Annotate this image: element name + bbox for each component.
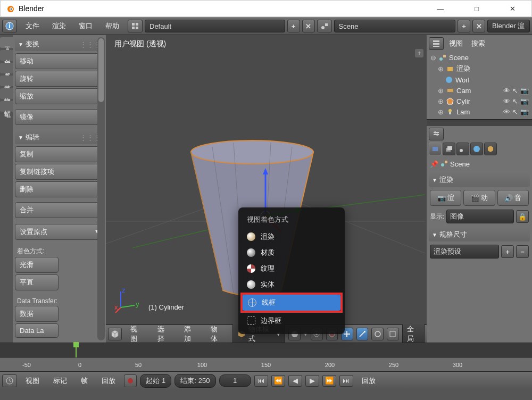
pin-icon[interactable]: 📌	[430, 160, 438, 168]
tab-physics[interactable]: 物理	[0, 88, 13, 99]
display-select[interactable]: 图像	[446, 210, 514, 223]
jump-end-button[interactable]: ⏭	[339, 375, 353, 387]
tab-animation[interactable]: 动画	[0, 76, 13, 86]
menu-help[interactable]: 帮助	[99, 18, 126, 34]
layout-browse-icon[interactable]	[128, 20, 143, 32]
tab-greasepencil[interactable]: 蜡笔	[0, 101, 13, 112]
editor-type-outliner-icon[interactable]	[429, 37, 444, 50]
expand-icon[interactable]: ⊕	[437, 108, 444, 116]
editor-type-3dview-icon[interactable]	[108, 328, 122, 340]
outliner-menu-search[interactable]: 搜索	[468, 38, 488, 49]
delete-button[interactable]: 删除	[15, 181, 104, 197]
render-panel-header[interactable]: ▼渲染	[429, 173, 530, 187]
expand-icon[interactable]: ⊕	[437, 97, 444, 105]
lock-icon[interactable]: 🔒	[516, 210, 529, 223]
duplicate-linked-button[interactable]: 复制链接项	[15, 164, 104, 180]
remove-scene-button[interactable]: ✕	[472, 20, 485, 32]
render-still-button[interactable]: 📷渲	[430, 190, 461, 206]
expand-icon[interactable]: ⊕	[437, 87, 444, 95]
tab-renderlayers-icon[interactable]	[443, 143, 455, 155]
tab-object-icon[interactable]	[484, 143, 497, 155]
outliner-camera-row[interactable]: ⊕ Cam 👁↖📷	[428, 85, 531, 96]
play-button[interactable]: ▶	[305, 375, 319, 387]
minimize-button[interactable]: —	[426, 2, 454, 16]
menu-view3d-add[interactable]: 添加	[179, 322, 202, 346]
frame-end-field[interactable]: 结束: 250	[174, 374, 215, 388]
render-engine-select[interactable]: Blender 渲	[487, 20, 530, 32]
menu-view3d-view[interactable]: 视图	[125, 322, 148, 346]
render-icon[interactable]: 📷	[520, 108, 529, 116]
outliner-menu-view[interactable]: 视图	[446, 38, 466, 49]
menu-view3d-select[interactable]: 选择	[152, 322, 176, 346]
data-layout-button[interactable]: Data La	[15, 323, 59, 338]
autokey-icon[interactable]	[124, 374, 137, 387]
timeline-ruler[interactable]: -50 0 50 100 150 200 250 300	[0, 357, 532, 371]
outliner-render-row[interactable]: ⊕ 渲染	[428, 63, 531, 74]
cursor-icon[interactable]: ↖	[512, 108, 518, 116]
frame-start-field[interactable]: 起始 1	[140, 374, 171, 388]
outliner-scene-row[interactable]: ⊖ Scene	[428, 52, 531, 63]
manipulator-translate[interactable]	[356, 328, 369, 340]
shade-smooth-button[interactable]: 光滑	[15, 257, 59, 273]
render-icon[interactable]: 📷	[520, 97, 529, 105]
data-button[interactable]: 数据	[15, 306, 59, 322]
timeline-menu-playback[interactable]: 回放	[96, 374, 121, 388]
render-audio-button[interactable]: 🔊音	[497, 190, 529, 206]
keyframe-next-button[interactable]: ⏩	[322, 375, 336, 387]
visible-icon[interactable]: 👁	[503, 97, 510, 105]
translate-button[interactable]: 移动	[15, 53, 104, 69]
mirror-button[interactable]: 镜像	[15, 109, 104, 125]
preset-add-button[interactable]: +	[501, 245, 514, 258]
cursor-icon[interactable]: ↖	[512, 97, 518, 105]
scrollbar-thumb[interactable]	[98, 38, 104, 102]
timeline-menu-marker[interactable]: 标记	[48, 374, 72, 388]
scene-select[interactable]: Scene	[334, 20, 455, 32]
screen-layout-select[interactable]: Default	[145, 20, 285, 32]
menu-view3d-object[interactable]: 物体	[205, 322, 229, 346]
render-icon[interactable]: 📷	[520, 87, 529, 95]
tab-render-icon[interactable]	[429, 143, 442, 155]
outliner-cylinder-row[interactable]: ⊕ Cylir 👁↖📷	[428, 96, 531, 106]
expand-icon[interactable]: ⊖	[430, 54, 436, 62]
outliner-lamp-row[interactable]: ⊕ Lam 👁↖📷	[428, 106, 531, 117]
manipulator-rotate[interactable]	[371, 328, 384, 340]
manipulator-scale[interactable]	[387, 328, 399, 340]
menu-render[interactable]: 渲染	[46, 18, 72, 34]
shading-wireframe[interactable]: 线框	[243, 295, 340, 311]
shade-flat-button[interactable]: 平直	[15, 274, 59, 290]
rotate-button[interactable]: 旋转	[15, 71, 104, 87]
editor-type-properties-icon[interactable]	[429, 128, 444, 140]
editor-type-timeline-icon[interactable]	[2, 374, 17, 387]
keyframe-prev-button[interactable]: ⏪	[271, 375, 285, 387]
tab-create[interactable]: 创建	[0, 50, 13, 61]
scene-browse-icon[interactable]	[317, 20, 332, 32]
timeline-menu-frame[interactable]: 帧	[76, 374, 93, 388]
shading-rendered[interactable]: 渲染	[242, 229, 342, 245]
tab-relations[interactable]: 关系	[0, 63, 13, 73]
cursor-icon[interactable]: ↖	[512, 87, 518, 95]
preset-remove-button[interactable]: −	[516, 245, 529, 258]
expand-icon[interactable]: ⊕	[437, 65, 444, 73]
timeline-menu-view[interactable]: 视图	[20, 374, 45, 388]
timeline-playback-label[interactable]: 回放	[356, 374, 381, 388]
shading-texture[interactable]: 纹理	[242, 261, 342, 277]
editor-type-info-icon[interactable]: i	[2, 20, 17, 32]
timeline-track[interactable]	[0, 343, 532, 357]
close-button[interactable]: ✕	[499, 2, 526, 16]
render-preset-select[interactable]: 渲染预设	[430, 245, 499, 259]
dimensions-panel-header[interactable]: ▼规格尺寸	[429, 228, 530, 241]
tab-tools[interactable]: 工具	[0, 37, 13, 48]
shading-material[interactable]: 材质	[242, 245, 342, 261]
playhead[interactable]	[76, 343, 77, 357]
add-scene-button[interactable]: +	[458, 20, 470, 32]
transform-panel-header[interactable]: ▼ 变换⋮⋮⋮	[15, 37, 104, 51]
orientation-select[interactable]: 全局	[402, 322, 425, 346]
jump-start-button[interactable]: ⏮	[254, 375, 268, 387]
play-reverse-button[interactable]: ◀	[288, 375, 302, 387]
frame-current-field[interactable]: 1	[219, 374, 251, 387]
duplicate-button[interactable]: 复制	[15, 146, 104, 162]
scale-button[interactable]: 缩放	[15, 88, 104, 104]
menu-file[interactable]: 文件	[19, 18, 46, 34]
n-panel-toggle[interactable]: +	[415, 49, 423, 57]
add-layout-button[interactable]: +	[287, 20, 300, 32]
